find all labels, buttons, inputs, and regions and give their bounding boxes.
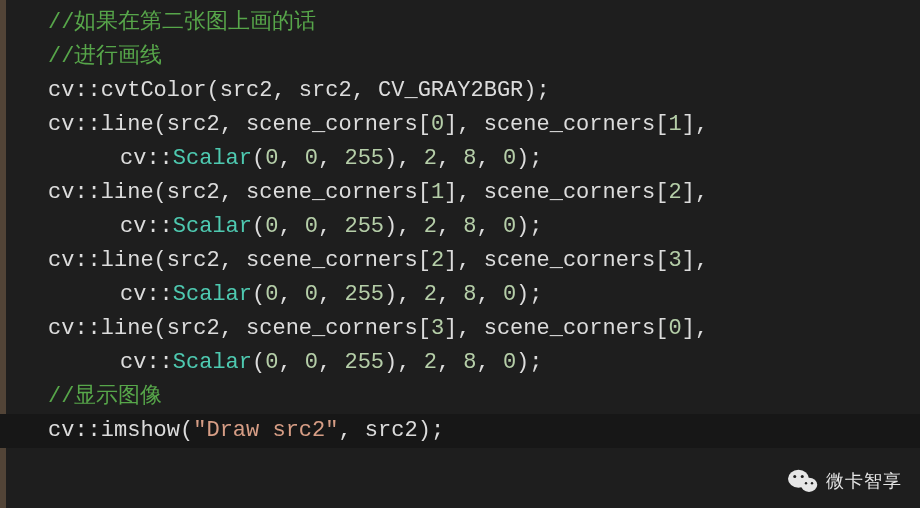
svg-point-5 [811, 482, 813, 484]
code-line: cv::line(src2, scene_corners[2], scene_c… [0, 244, 920, 278]
code-line: cv::imshow("Draw src2", src2); [0, 414, 920, 448]
code-line: cv::Scalar(0, 0, 255), 2, 8, 0); [0, 210, 920, 244]
comment-text: //进行画线 [48, 44, 162, 69]
code-line: //进行画线 [0, 40, 920, 74]
watermark: 微卡智享 [788, 468, 902, 494]
code-line: //显示图像 [0, 380, 920, 414]
watermark-text: 微卡智享 [826, 469, 902, 493]
code-line: cv::line(src2, scene_corners[0], scene_c… [0, 108, 920, 142]
code-line: //如果在第二张图上画的话 [0, 6, 920, 40]
code-line: cv::Scalar(0, 0, 255), 2, 8, 0); [0, 142, 920, 176]
comment-text: //如果在第二张图上画的话 [48, 10, 316, 35]
comment-text: //显示图像 [48, 384, 162, 409]
svg-point-4 [805, 482, 807, 484]
code-line: cv::Scalar(0, 0, 255), 2, 8, 0); [0, 278, 920, 312]
svg-point-3 [801, 475, 804, 478]
code-line: cv::cvtColor(src2, src2, CV_GRAY2BGR); [0, 74, 920, 108]
code-editor[interactable]: //如果在第二张图上画的话 //进行画线 cv::cvtColor(src2, … [0, 0, 920, 508]
svg-point-2 [793, 475, 796, 478]
code-line: cv::line(src2, scene_corners[3], scene_c… [0, 312, 920, 346]
code-line: cv::line(src2, scene_corners[1], scene_c… [0, 176, 920, 210]
wechat-icon [788, 468, 818, 494]
code-line: cv::Scalar(0, 0, 255), 2, 8, 0); [0, 346, 920, 380]
svg-point-1 [801, 478, 818, 492]
